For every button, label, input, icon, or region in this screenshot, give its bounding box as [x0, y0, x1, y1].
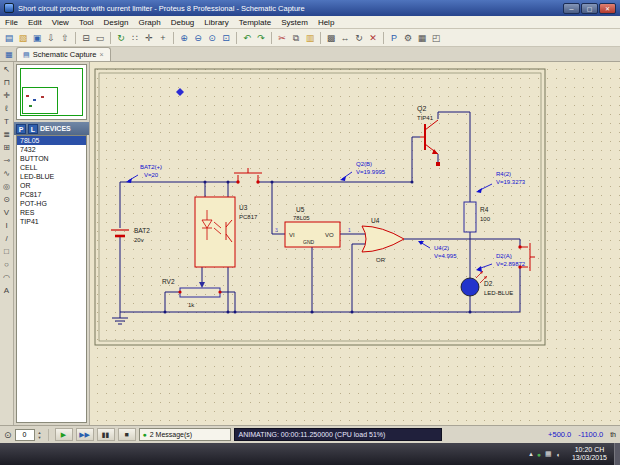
text-script-icon[interactable]: T	[0, 115, 13, 128]
probe-d2-a[interactable]: D2(A) V=2.89872	[476, 253, 526, 272]
library-manager-button[interactable]: L	[28, 124, 38, 134]
tray-status-icon[interactable]: ●	[537, 451, 541, 458]
probe-r4-2[interactable]: R4(2) V=19.3273	[476, 171, 526, 193]
device-item-tip41[interactable]: TIP41	[17, 217, 86, 226]
show-desktop-button[interactable]	[614, 443, 620, 465]
cut-icon[interactable]: ✂	[275, 31, 289, 45]
ground-symbol[interactable]	[112, 312, 128, 324]
rotation-input[interactable]	[15, 429, 35, 441]
menu-view[interactable]: View	[47, 16, 74, 29]
taskbar-clock[interactable]: 10:20 CH 13/03/2015	[565, 446, 614, 462]
redo-icon[interactable]: ↷	[254, 31, 268, 45]
device-item-7432[interactable]: 7432	[17, 145, 86, 154]
pick-parts-icon[interactable]: P	[387, 31, 401, 45]
tape-recorder-icon[interactable]: ◎	[0, 180, 13, 193]
menu-system[interactable]: System	[276, 16, 313, 29]
zoom-all-icon[interactable]: ⊙	[205, 31, 219, 45]
block-delete-icon[interactable]: ✕	[366, 31, 380, 45]
play-button[interactable]: ▶	[55, 428, 73, 441]
voltage-probes[interactable]: BAT2(+) V=20 Q2(B) V=19.9995 R4(2) V=19.…	[126, 161, 526, 272]
component-bat2[interactable]: BAT2 20v	[111, 227, 150, 243]
device-item-pot-hg[interactable]: POT-HG	[17, 199, 86, 208]
tray-network-icon[interactable]: ▦	[545, 450, 552, 458]
zoom-out-icon[interactable]: ⊖	[191, 31, 205, 45]
tab-close-icon[interactable]: ×	[99, 51, 103, 58]
2d-box-icon[interactable]: □	[0, 245, 13, 258]
tray-expand-icon[interactable]: ▴	[529, 450, 533, 458]
paste-icon[interactable]: ▥	[303, 31, 317, 45]
zoom-in-icon[interactable]: ⊕	[177, 31, 191, 45]
print-icon[interactable]: ⊟	[79, 31, 93, 45]
copy-icon[interactable]: ⧉	[289, 31, 303, 45]
block-copy-icon[interactable]: ▩	[324, 31, 338, 45]
menu-help[interactable]: Help	[313, 16, 339, 29]
menu-edit[interactable]: Edit	[23, 16, 47, 29]
terminal-icon[interactable]: ⊸	[0, 154, 13, 167]
packaging-icon[interactable]: ▦	[415, 31, 429, 45]
open-project-icon[interactable]: ▧	[16, 31, 30, 45]
rotation-spinner[interactable]: ▲▼	[38, 430, 42, 440]
menu-debug[interactable]: Debug	[166, 16, 200, 29]
stop-button[interactable]: ■	[118, 428, 136, 441]
import-icon[interactable]: ⇩	[44, 31, 58, 45]
zoom-area-icon[interactable]: ⊡	[219, 31, 233, 45]
2d-arc-icon[interactable]: ◠	[0, 271, 13, 284]
component-r4[interactable]: R4 100	[464, 202, 491, 232]
component-button-top[interactable]	[234, 168, 262, 184]
device-item-78l05[interactable]: 78L05	[17, 136, 86, 145]
junction-dot-icon[interactable]: ✛	[0, 89, 13, 102]
menu-design[interactable]: Design	[99, 16, 134, 29]
make-device-icon[interactable]: ⚙	[401, 31, 415, 45]
message-panel[interactable]: ● 2 Message(s)	[139, 428, 231, 441]
wires[interactable]	[120, 112, 520, 312]
component-mode-icon[interactable]: ⊓	[0, 76, 13, 89]
schematic-canvas[interactable]: BAT2 20v	[90, 62, 620, 425]
decompose-icon[interactable]: ◰	[429, 31, 443, 45]
2d-text-icon[interactable]: A	[0, 284, 13, 297]
cursor-icon[interactable]: +	[156, 31, 170, 45]
component-q2[interactable]: Q2 TIP41	[417, 105, 440, 166]
rotation-dial-icon[interactable]: ⊙	[4, 430, 12, 440]
redraw-icon[interactable]: ↻	[114, 31, 128, 45]
origin-icon[interactable]: ✛	[142, 31, 156, 45]
generator-icon[interactable]: ⊙	[0, 193, 13, 206]
component-u3[interactable]: U3 PC817	[195, 197, 258, 267]
component-u4[interactable]: U4 OR	[362, 217, 404, 263]
component-u5[interactable]: VI VO GND U5 78L05 3 1	[275, 206, 351, 247]
minimize-button[interactable]: ─	[563, 3, 580, 14]
home-tab-icon[interactable]: ▦	[2, 48, 16, 61]
component-rv2[interactable]: RV2 1k	[162, 272, 222, 308]
new-project-icon[interactable]: ▤	[2, 31, 16, 45]
subcircuit-icon[interactable]: ⊞	[0, 141, 13, 154]
pause-button[interactable]: ▮▮	[97, 428, 115, 441]
menu-file[interactable]: File	[0, 16, 23, 29]
probe-bat2-plus[interactable]: BAT2(+) V=20	[126, 164, 162, 183]
device-item-res[interactable]: RES	[17, 208, 86, 217]
block-move-icon[interactable]: ↔	[338, 31, 352, 45]
device-item-button[interactable]: BUTTON	[17, 154, 86, 163]
step-button[interactable]: ▶▶	[76, 428, 94, 441]
current-probe-icon[interactable]: I	[0, 219, 13, 232]
probe-q2-b[interactable]: Q2(B) V=19.9995	[340, 161, 386, 181]
schematic-overview[interactable]	[16, 64, 87, 120]
menu-graph[interactable]: Graph	[133, 16, 165, 29]
close-button[interactable]: ✕	[599, 3, 616, 14]
selection-pointer-icon[interactable]: ↖	[0, 63, 13, 76]
2d-circle-icon[interactable]: ○	[0, 258, 13, 271]
bus-icon[interactable]: ≣	[0, 128, 13, 141]
maximize-button[interactable]: ▢	[581, 3, 598, 14]
menu-library[interactable]: Library	[199, 16, 233, 29]
mark-area-icon[interactable]: ▭	[93, 31, 107, 45]
menu-template[interactable]: Template	[234, 16, 276, 29]
pick-device-button[interactable]: P	[16, 124, 26, 134]
device-item-cell[interactable]: CELL	[17, 163, 86, 172]
voltage-probe-icon[interactable]: V	[0, 206, 13, 219]
graph-mode-icon[interactable]: ∿	[0, 167, 13, 180]
undo-icon[interactable]: ↶	[240, 31, 254, 45]
block-rotate-icon[interactable]: ↻	[352, 31, 366, 45]
menu-tool[interactable]: Tool	[74, 16, 99, 29]
tray-volume-icon[interactable]: ◖	[556, 451, 560, 458]
wire-label-icon[interactable]: ℓ	[0, 102, 13, 115]
export-icon[interactable]: ⇧	[58, 31, 72, 45]
device-item-led-blue[interactable]: LED-BLUE	[17, 172, 86, 181]
